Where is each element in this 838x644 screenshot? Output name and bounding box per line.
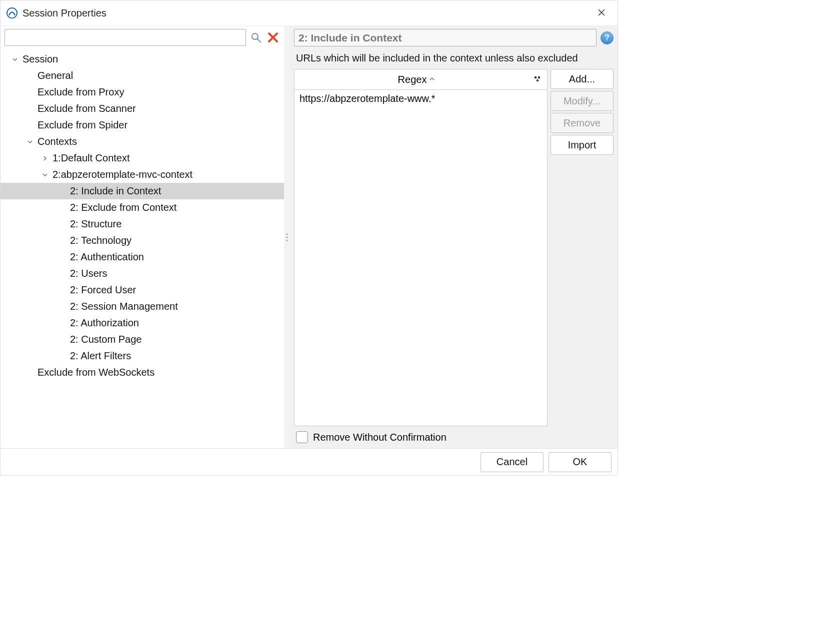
- search-icon[interactable]: [249, 30, 263, 44]
- add-button[interactable]: Add...: [550, 69, 614, 89]
- tree-label: 2: Include in Context: [70, 185, 161, 197]
- tree-node-exclude-from-context[interactable]: 2: Exclude from Context: [0, 199, 284, 216]
- tree-label: 2: Session Management: [70, 301, 178, 312]
- ok-button[interactable]: OK: [548, 452, 612, 472]
- tree-label: Exclude from Spider: [38, 119, 128, 131]
- panel-title: 2: Include in Context: [294, 29, 596, 46]
- table-row[interactable]: https://abpzerotemplate-www.*: [294, 90, 547, 107]
- tree-label: 2: Custom Page: [70, 334, 142, 345]
- session-properties-dialog: Session Properties: [0, 0, 618, 476]
- tree-node-contexts[interactable]: Contexts: [0, 133, 284, 150]
- nav-tree: Session General Exclude from Proxy Exclu…: [0, 49, 284, 448]
- cancel-button[interactable]: Cancel: [480, 452, 544, 472]
- tree-node-exclude-spider[interactable]: Exclude from Spider: [0, 117, 284, 133]
- splitter[interactable]: [284, 26, 290, 448]
- app-icon: [6, 7, 18, 18]
- button-column: Add... Modify... Remove Import: [550, 69, 614, 426]
- tree-node-session[interactable]: Session: [0, 51, 284, 67]
- tree-node-include-in-context[interactable]: 2: Include in Context: [0, 183, 284, 199]
- svg-rect-7: [534, 76, 536, 78]
- tree-label: Exclude from WebSockets: [38, 367, 154, 378]
- titlebar: Session Properties: [0, 0, 618, 25]
- svg-point-0: [7, 8, 17, 18]
- tree-label: 2: Forced User: [70, 284, 136, 296]
- panel-title-text: 2: Include in Context: [298, 32, 402, 44]
- delete-icon[interactable]: [266, 30, 280, 44]
- close-icon[interactable]: [592, 7, 612, 19]
- tree-node-custom-page[interactable]: 2: Custom Page: [0, 331, 284, 348]
- import-button[interactable]: Import: [550, 135, 614, 155]
- tree-label: 2: Users: [70, 268, 107, 279]
- svg-point-3: [252, 33, 258, 39]
- chevron-right-icon: [40, 155, 50, 161]
- chevron-down-icon: [10, 56, 20, 62]
- tree-label: 2: Technology: [70, 235, 132, 246]
- tree-label: Exclude from Proxy: [38, 86, 124, 98]
- tree-label: Session: [22, 53, 58, 65]
- tree-node-authorization[interactable]: 2: Authorization: [0, 315, 284, 331]
- table-body: https://abpzerotemplate-www.*: [294, 90, 548, 426]
- dialog-footer: Cancel OK: [0, 448, 618, 475]
- tree-node-ctx1[interactable]: 1:Default Context: [0, 150, 284, 166]
- tree-label: 1:Default Context: [52, 152, 130, 164]
- tree-label: Exclude from Scanner: [38, 103, 136, 114]
- help-icon[interactable]: ?: [600, 31, 614, 44]
- chevron-down-icon: [40, 172, 50, 178]
- column-menu-icon[interactable]: [533, 75, 542, 84]
- remove-without-confirmation-checkbox[interactable]: [296, 431, 308, 443]
- svg-line-4: [258, 39, 260, 42]
- panel-description: URLs which will be included in the conte…: [294, 46, 614, 69]
- search-input[interactable]: [4, 29, 246, 46]
- tree-label: General: [38, 70, 73, 81]
- tree-node-forced-user[interactable]: 2: Forced User: [0, 282, 284, 298]
- tree-label: 2: Exclude from Context: [70, 202, 176, 213]
- tree-node-technology[interactable]: 2: Technology: [0, 232, 284, 249]
- tree-node-exclude-websockets[interactable]: Exclude from WebSockets: [0, 364, 284, 381]
- tree-node-session-management[interactable]: 2: Session Management: [0, 298, 284, 315]
- tree-label: 2: Alert Filters: [70, 350, 131, 362]
- tree-node-exclude-proxy[interactable]: Exclude from Proxy: [0, 84, 284, 100]
- left-pane: Session General Exclude from Proxy Exclu…: [0, 26, 284, 448]
- remove-button: Remove: [550, 113, 614, 133]
- sort-asc-icon: [430, 76, 434, 83]
- tree-node-alert-filters[interactable]: 2: Alert Filters: [0, 348, 284, 364]
- regex-table: Regex: [294, 69, 548, 426]
- svg-rect-8: [538, 76, 540, 78]
- tree-node-authentication[interactable]: 2: Authentication: [0, 249, 284, 265]
- tree-node-exclude-scanner[interactable]: Exclude from Scanner: [0, 100, 284, 117]
- tree-label: 2:abpzerotemplate-mvc-context: [52, 169, 192, 180]
- tree-node-users[interactable]: 2: Users: [0, 265, 284, 282]
- tree-label: 2: Authorization: [70, 317, 139, 329]
- tree-label: 2: Structure: [70, 218, 122, 230]
- chevron-down-icon: [26, 139, 34, 145]
- window-title: Session Properties: [22, 7, 592, 19]
- tree-label: Contexts: [38, 136, 77, 147]
- tree-node-structure[interactable]: 2: Structure: [0, 216, 284, 232]
- tree-node-ctx2[interactable]: 2:abpzerotemplate-mvc-context: [0, 166, 284, 183]
- remove-without-confirmation-label: Remove Without Confirmation: [313, 432, 446, 443]
- tree-node-general[interactable]: General: [0, 67, 284, 84]
- tree-label: 2: Authentication: [70, 251, 144, 263]
- right-pane: 2: Include in Context ? URLs which will …: [290, 26, 618, 448]
- modify-button: Modify...: [550, 91, 614, 111]
- column-header[interactable]: Regex: [294, 69, 548, 90]
- column-label: Regex: [398, 74, 427, 85]
